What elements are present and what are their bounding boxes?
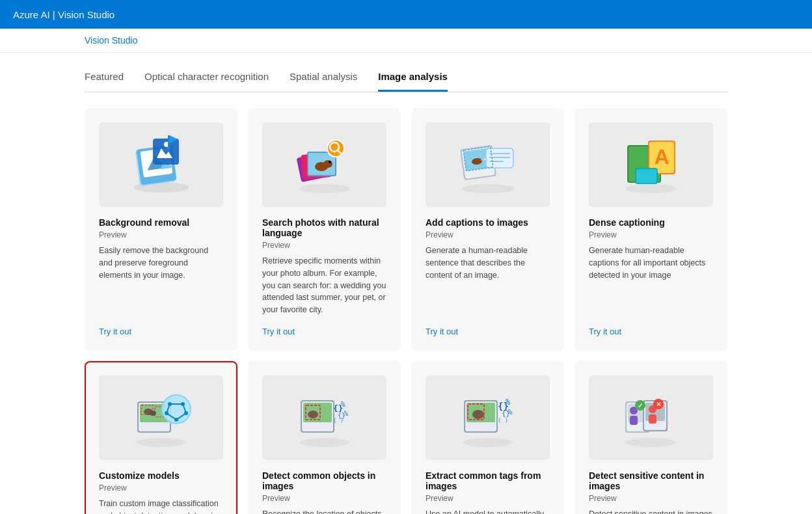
svg-text:%: % bbox=[341, 400, 345, 409]
card-desc-detect-objects: Recognize the location of objects of int… bbox=[262, 508, 386, 514]
card-title-detect-sensitive: Detect sensitive content in images bbox=[589, 470, 713, 491]
svg-text:✕: ✕ bbox=[656, 401, 661, 408]
svg-text:{ }: { } bbox=[498, 417, 508, 424]
tab-image-analysis[interactable]: Image analysis bbox=[378, 66, 448, 92]
svg-rect-9 bbox=[168, 135, 170, 150]
card-link-add-captions[interactable]: Try it out bbox=[426, 327, 550, 336]
svg-point-49 bbox=[150, 411, 156, 416]
svg-text:%: % bbox=[508, 408, 513, 416]
main-content: Featured Optical character recognition S… bbox=[0, 53, 812, 514]
card-preview-detect-sensitive: Preview bbox=[589, 494, 713, 503]
card-image-customize-models bbox=[99, 375, 223, 460]
svg-point-63 bbox=[308, 411, 318, 418]
card-desc-dense-captioning: Generate human-readable captions for all… bbox=[589, 245, 713, 316]
card-preview-extract-tags: Preview bbox=[426, 494, 550, 503]
card-link-dense-captioning[interactable]: Try it out bbox=[589, 327, 713, 336]
card-link-background-removal[interactable]: Try it out bbox=[99, 327, 223, 336]
tab-spatial[interactable]: Spatial analysis bbox=[290, 66, 357, 92]
svg-text:✓: ✓ bbox=[638, 402, 643, 409]
card-desc-add-captions: Generate a human-readable sentence that … bbox=[426, 245, 550, 316]
svg-point-53 bbox=[168, 402, 172, 406]
tab-featured[interactable]: Featured bbox=[85, 66, 124, 92]
card-detect-objects[interactable]: {} % {} % { } Detect common objects in i… bbox=[248, 361, 401, 514]
card-image-background-removal bbox=[99, 122, 223, 207]
card-preview-add-captions: Preview bbox=[426, 230, 550, 239]
svg-rect-41 bbox=[636, 169, 656, 183]
card-preview-background-removal: Preview bbox=[99, 230, 223, 239]
svg-text:A: A bbox=[654, 145, 669, 169]
svg-point-11 bbox=[299, 184, 351, 193]
card-detect-sensitive[interactable]: ✓ ✕ Detect sensitive content in images P… bbox=[575, 361, 727, 514]
tab-ocr[interactable]: Optical character recognition bbox=[144, 66, 269, 92]
svg-point-58 bbox=[300, 438, 349, 447]
card-image-dense-captioning: A bbox=[589, 122, 713, 207]
card-extract-tags[interactable]: {} % {} % { } Extract common tags from i… bbox=[411, 361, 564, 514]
svg-rect-89 bbox=[630, 416, 638, 425]
top-bar-title: Azure AI | Vision Studio bbox=[13, 9, 115, 20]
card-image-add-captions bbox=[426, 122, 550, 207]
card-title-extract-tags: Extract common tags from images bbox=[426, 470, 550, 491]
svg-text:%: % bbox=[344, 410, 348, 417]
svg-point-69 bbox=[463, 438, 513, 447]
card-image-detect-sensitive: ✓ ✕ bbox=[589, 375, 713, 460]
card-title-customize-models: Customize models bbox=[99, 470, 223, 481]
card-title-detect-objects: Detect common objects in images bbox=[262, 470, 386, 491]
vision-studio-link[interactable]: Vision Studio bbox=[85, 35, 137, 46]
svg-point-42 bbox=[137, 438, 186, 447]
card-customize-models[interactable]: Customize models Preview Train custom im… bbox=[85, 361, 237, 514]
card-desc-customize-models: Train custom image classification and ob… bbox=[99, 498, 223, 514]
card-add-captions[interactable]: Add captions to images Preview Generate … bbox=[411, 108, 564, 351]
card-image-extract-tags: {} % {} % { } bbox=[426, 375, 550, 460]
top-bar: Azure AI | Vision Studio bbox=[0, 0, 812, 29]
card-title-add-captions: Add captions to images bbox=[426, 217, 550, 228]
sub-nav: Vision Studio bbox=[0, 29, 812, 53]
card-background-removal[interactable]: Background removal Preview Easily remove… bbox=[85, 108, 237, 351]
card-link-search-photos[interactable]: Try it out bbox=[262, 327, 386, 336]
card-desc-search-photos: Retrieve specific moments within your ph… bbox=[262, 255, 386, 316]
card-preview-search-photos: Preview bbox=[262, 241, 386, 250]
svg-point-34 bbox=[625, 184, 677, 193]
card-desc-extract-tags: Use an AI model to automatically assign … bbox=[426, 508, 550, 514]
card-preview-detect-objects: Preview bbox=[262, 494, 386, 503]
svg-text:{ }: { } bbox=[333, 417, 344, 424]
svg-rect-91 bbox=[649, 414, 656, 424]
svg-point-54 bbox=[181, 402, 185, 406]
card-title-background-removal: Background removal bbox=[99, 217, 223, 228]
card-desc-detect-sensitive: Detect sensitive content in images so yo… bbox=[589, 508, 713, 514]
svg-point-18 bbox=[323, 160, 332, 168]
card-image-detect-objects: {} % {} % { } bbox=[262, 375, 386, 460]
card-title-dense-captioning: Dense captioning bbox=[589, 217, 713, 228]
svg-point-81 bbox=[627, 438, 676, 447]
svg-point-73 bbox=[472, 410, 484, 419]
svg-point-56 bbox=[174, 418, 178, 422]
card-preview-dense-captioning: Preview bbox=[589, 230, 713, 239]
svg-point-23 bbox=[462, 184, 514, 193]
svg-text:%: % bbox=[506, 398, 511, 407]
card-preview-customize-models: Preview bbox=[99, 483, 223, 493]
tab-bar: Featured Optical character recognition S… bbox=[85, 66, 727, 92]
cards-grid: Background removal Preview Easily remove… bbox=[85, 108, 727, 514]
card-search-photos[interactable]: Search photos with natural language Prev… bbox=[248, 108, 401, 351]
svg-point-55 bbox=[184, 411, 188, 415]
svg-point-19 bbox=[329, 161, 331, 163]
card-desc-background-removal: Easily remove the background and preserv… bbox=[99, 245, 223, 316]
card-title-search-photos: Search photos with natural language bbox=[262, 217, 386, 238]
card-dense-captioning[interactable]: A Dense captioning Preview Generate huma… bbox=[575, 108, 727, 351]
card-image-search-photos bbox=[262, 122, 386, 207]
svg-point-57 bbox=[165, 411, 169, 415]
